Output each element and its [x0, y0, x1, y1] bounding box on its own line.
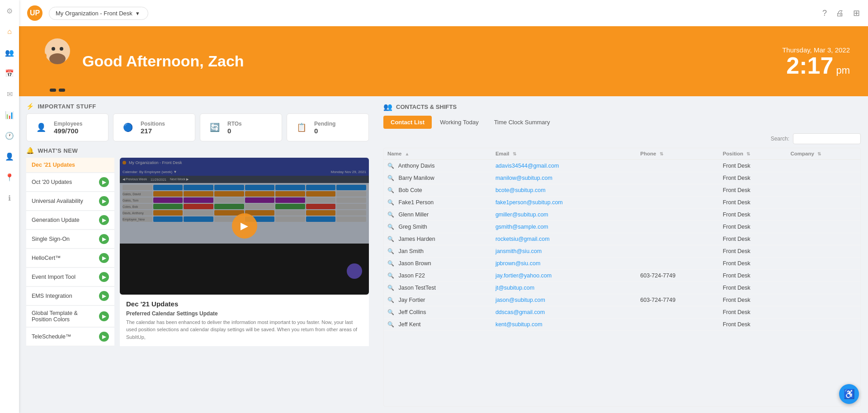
contact-company [787, 160, 860, 172]
news-item-global[interactable]: Global Template & Position Colors ▶ [26, 306, 114, 327]
col-phone[interactable]: Phone ⇅ [637, 148, 719, 160]
contact-name: Glenn Miller [398, 211, 429, 218]
contact-email[interactable]: gsmith@sample.com [495, 224, 548, 230]
table-row: 🔍 Jeff Collins ddscas@gmail.com Front De… [384, 306, 860, 319]
contact-phone [637, 184, 719, 197]
contact-position: Front Desk [719, 160, 787, 172]
contact-position: Front Desk [719, 184, 787, 197]
contact-phone [637, 197, 719, 209]
org-name: My Organization - Front Desk [56, 10, 132, 17]
table-row: 🔍 Glenn Miller gmiller@subitup.com Front… [384, 209, 860, 221]
stats-row: 👤 Employees 499/700 🔵 Positions 217 [26, 113, 369, 141]
contact-email[interactable]: jt@subitup.com [495, 285, 534, 291]
accessibility-button[interactable]: ♿ [839, 384, 859, 404]
print-icon[interactable]: 🖨 [836, 9, 844, 18]
svg-rect-8 [59, 89, 65, 92]
employees-icon: 👤 [33, 119, 49, 136]
contact-phone [637, 258, 719, 270]
sidebar-item-location[interactable]: 📍 [3, 171, 16, 183]
sidebar-item-home[interactable]: ⌂ [3, 25, 16, 38]
arrow-button[interactable]: ▶ [99, 177, 109, 187]
contact-phone [637, 233, 719, 245]
contact-company [787, 172, 860, 184]
news-item-event[interactable]: Event Import Tool ▶ [26, 268, 114, 286]
whats-new-section: 🔔 WHAT'S NEW Dec '21 Updates Oct '20 Upd… [26, 147, 369, 346]
contact-email[interactable]: jay.fortier@yahoo.com [495, 272, 552, 279]
news-item-sso[interactable]: Single Sign-On ▶ [26, 230, 114, 249]
search-icon: 🔍 [387, 199, 394, 206]
col-email[interactable]: Email ⇅ [492, 148, 637, 160]
news-item-oct20[interactable]: Oct '20 Updates ▶ [26, 173, 114, 192]
sidebar-item-clock[interactable]: 🕐 [3, 129, 16, 142]
org-selector[interactable]: My Organization - Front Desk ▾ [49, 7, 148, 20]
news-item-dec21[interactable]: Dec '21 Updates [26, 158, 114, 173]
help-icon[interactable]: ? [822, 9, 827, 18]
arrow-button[interactable]: ▶ [99, 196, 109, 206]
contact-email[interactable]: rocketsiu@gmail.com [495, 236, 550, 242]
arrow-button[interactable]: ▶ [99, 272, 109, 282]
rtos-value: 0 [227, 127, 242, 135]
arrow-button[interactable]: ▶ [99, 234, 109, 244]
important-stuff-section: ⚡ IMPORTANT STUFF 👤 Employees 499/700 🔵 [26, 103, 369, 141]
arrow-button[interactable]: ▶ [99, 311, 109, 321]
tab-working-today[interactable]: Working Today [433, 116, 486, 129]
table-header: Name ▲ Email ⇅ Phone ⇅ [384, 148, 860, 160]
tab-time-clock[interactable]: Time Clock Summary [487, 116, 557, 129]
arrow-button[interactable]: ▶ [99, 291, 109, 301]
contact-email[interactable]: jpbrown@siu.com [495, 260, 541, 267]
tab-contact-list[interactable]: Contact List [383, 116, 432, 129]
news-item-universal[interactable]: Universal Availability ▶ [26, 192, 114, 211]
contact-email[interactable]: jason@subitup.com [495, 297, 545, 303]
news-video-area: My Organization - Front Desk Calendar: B… [120, 158, 369, 346]
arrow-button[interactable]: ▶ [99, 253, 109, 263]
hero-greeting: Good Afternoon, Zach [82, 52, 854, 70]
sidebar-item-mail[interactable]: ✉ [3, 88, 16, 100]
contact-email[interactable]: ddscas@gmail.com [495, 309, 545, 315]
sidebar-item-chart[interactable]: 📊 [3, 108, 16, 121]
news-item-tele[interactable]: TeleSchedule™ ▶ [26, 328, 114, 346]
search-icon: 🔍 [387, 285, 394, 291]
grid-icon[interactable]: ⊞ [853, 8, 860, 18]
topbar-right: ? 🖨 ⊞ [822, 8, 860, 18]
sidebar-item-calendar[interactable]: 📅 [3, 67, 16, 80]
news-item-generation[interactable]: Generation Update ▶ [26, 211, 114, 230]
contact-email[interactable]: jansmith@siu.com [495, 248, 542, 254]
contact-email[interactable]: bcote@subitup.com [495, 187, 546, 193]
contact-name: Jason F22 [398, 272, 425, 279]
stat-rtos: 🔄 RTOs 0 [200, 113, 282, 141]
table-row: 🔍 Jason F22 jay.fortier@yahoo.com 603-72… [384, 270, 860, 282]
table-row: 🔍 Jason Brown jpbrown@siu.com Front Desk [384, 258, 860, 270]
sidebar-item-people[interactable]: 👥 [3, 46, 16, 59]
news-item-label: EMS Integration [32, 293, 72, 299]
arrow-button[interactable]: ▶ [99, 215, 109, 225]
news-item-ems[interactable]: EMS Integration ▶ [26, 287, 114, 305]
contact-email[interactable]: fake1person@subitup.com [495, 199, 563, 206]
news-video: My Organization - Front Desk Calendar: B… [120, 158, 369, 295]
video-title: Dec '21 Updates [126, 300, 363, 308]
play-button[interactable]: ▶ [232, 213, 257, 239]
contact-name: Anthony Davis [398, 163, 435, 169]
pending-icon: 📋 [293, 119, 310, 136]
contact-email[interactable]: gmiller@subitup.com [495, 211, 548, 218]
contact-position: Front Desk [719, 294, 787, 306]
contacts-header: 👥 CONTACTS & SHIFTS [383, 103, 861, 111]
col-company[interactable]: Company ⇅ [787, 148, 860, 160]
contact-email[interactable]: kent@subitup.com [495, 321, 542, 328]
contact-phone [637, 306, 719, 319]
news-item-label: Universal Availability [32, 198, 83, 204]
contact-email[interactable]: adavis34544@gmail.com [495, 163, 559, 169]
contact-company [787, 233, 860, 245]
cursor-indicator [347, 263, 362, 279]
search-input[interactable] [793, 133, 861, 144]
col-name[interactable]: Name ▲ [384, 148, 492, 160]
sidebar-item-user[interactable]: 👤 [3, 150, 16, 163]
news-item-label: HelloCert™ [32, 255, 61, 261]
contact-company [787, 282, 860, 294]
sidebar-item-info[interactable]: ℹ [3, 192, 16, 204]
sidebar-item-settings[interactable]: ⚙ [3, 5, 16, 17]
contact-email[interactable]: manilow@subitup.com [495, 175, 552, 181]
arrow-button[interactable]: ▶ [99, 332, 109, 342]
news-item-hellocert[interactable]: HelloCert™ ▶ [26, 249, 114, 268]
col-position[interactable]: Position ⇅ [719, 148, 787, 160]
video-subtitle: Preferred Calendar Settings Update [126, 310, 363, 317]
